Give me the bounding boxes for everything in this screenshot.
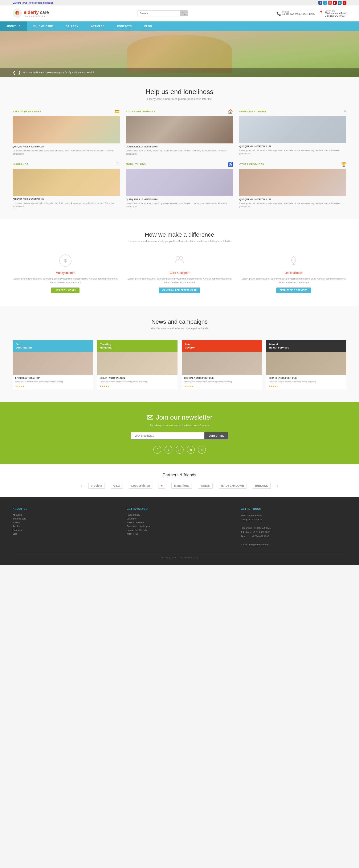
loneliness-icon-wrap bbox=[286, 253, 301, 268]
twitter-icon[interactable]: t bbox=[323, 1, 327, 5]
service-dementia-title: DEMENTIA SUPPORT bbox=[239, 110, 266, 113]
hero-section: ❮ ❯ Are you looking for a solution to yo… bbox=[0, 31, 359, 78]
newsletter-section: ✉ Join our newsletter And always stay in… bbox=[0, 402, 359, 464]
hero-arrow-right[interactable]: ❯ bbox=[18, 70, 21, 75]
news-image-mental bbox=[266, 352, 347, 375]
search-button[interactable]: 🔍 bbox=[180, 10, 188, 16]
news-content-dementia: EPSUM FACTORIAL NON Lorem ipsum dolor si… bbox=[97, 375, 178, 390]
diff-care-text: Lorem ipsum dolor sit amet, scleriscing … bbox=[127, 277, 232, 284]
nav-about-us[interactable]: ABOUT US bbox=[0, 22, 27, 31]
location-value: 8901 Marmora RoadGlasgow, DO4 89GR bbox=[325, 12, 347, 17]
hero-arrow-left[interactable]: ❮ bbox=[12, 70, 16, 75]
news-image-dementia bbox=[97, 352, 178, 375]
service-insurance-image bbox=[12, 169, 120, 196]
money-icon-wrap: $ ↑ ↓ bbox=[58, 253, 73, 268]
newsletter-socials: f t g+ in ✉ bbox=[12, 446, 347, 454]
footer-link-contacts[interactable]: Contacts bbox=[12, 529, 118, 531]
diff-loneliness-text: Lorem ipsum dolor sit amet, scleriscing … bbox=[241, 277, 347, 284]
newsletter-twitter-icon[interactable]: t bbox=[164, 446, 173, 454]
news-content-mental: CINIA ID ENMDEPOSIT QUID Lorem ipsum dol… bbox=[266, 375, 347, 390]
service-other-image bbox=[239, 169, 347, 196]
facebook-icon[interactable]: f bbox=[319, 1, 322, 5]
linkedin-icon[interactable]: in bbox=[338, 1, 341, 5]
newsletter-input[interactable] bbox=[131, 432, 204, 439]
news-heading-mental: CINIA ID ENMDEPOSIT QUID bbox=[269, 377, 344, 379]
diff-money-title: Money matters bbox=[12, 271, 118, 275]
footer-link-events[interactable]: Events and challenges bbox=[127, 525, 232, 527]
phone-icon: 📞 bbox=[276, 11, 281, 16]
partners-next-button[interactable]: › bbox=[277, 483, 278, 488]
service-insurance-title: INSURANCE bbox=[12, 163, 28, 165]
logo[interactable]: elderly care YOUR COMPANION bbox=[12, 9, 49, 18]
top-bar-links[interactable]: Careers News Professionals Individuals bbox=[12, 1, 53, 4]
footer-link-raise[interactable]: Raise money bbox=[127, 514, 232, 516]
service-dementia-text: Lorem ipsum dolor sit amet, scleriscing … bbox=[239, 149, 347, 155]
difference-title: How we make a difference bbox=[12, 231, 347, 238]
news-content-poverty: CTORIAL NON DEPOSIT QUID Lorem ipsum dol… bbox=[182, 375, 262, 390]
footer: ABOUT US About us In-home care Gallery A… bbox=[0, 497, 359, 565]
location-icon: 📍 bbox=[319, 10, 324, 15]
news-label-poverty: Fuelpoverty bbox=[182, 340, 262, 352]
partner-transitions: Transitions bbox=[171, 483, 192, 489]
newsletter-subscribe-button[interactable]: SUBSCRIBE bbox=[204, 432, 229, 439]
service-care-title: YOUR CARE JOURNEY bbox=[126, 110, 155, 113]
footer-link-warmth[interactable]: Spread the Warmth bbox=[127, 529, 232, 531]
newsletter-facebook-icon[interactable]: f bbox=[153, 446, 161, 454]
campaign-better-care-button[interactable]: CAMPAIGN FOR BETTER CARE bbox=[159, 287, 200, 293]
footer-link-articles[interactable]: Articles bbox=[12, 525, 118, 527]
newsletter-googleplus-icon[interactable]: g+ bbox=[176, 446, 184, 454]
nav-gallery[interactable]: GALLERY bbox=[59, 22, 85, 31]
footer-involved-title: GET INVOLVED bbox=[127, 507, 232, 510]
link-news[interactable]: News bbox=[22, 1, 27, 4]
service-other-text: Lorem ipsum dolor sit amet, scleriscing … bbox=[239, 202, 347, 208]
pinterest-icon[interactable]: p bbox=[333, 1, 337, 5]
footer-link-work[interactable]: Work for us bbox=[127, 532, 232, 535]
befriending-services-button[interactable]: BEFRIENDING SERVICES bbox=[276, 287, 311, 293]
phone-value: +1 919 603 6655 (185-NURSE) bbox=[282, 13, 315, 16]
service-dementia-image bbox=[239, 116, 347, 143]
news-grid: Ourcontribution EPSUM FACTORIAL NON Lore… bbox=[12, 340, 347, 390]
phone-label: Phone: bbox=[282, 11, 315, 13]
footer-link-blog[interactable]: Blog bbox=[12, 532, 118, 535]
footer-link-about[interactable]: About us bbox=[12, 514, 118, 516]
service-care-heading: QUISQUE NULLA VESTIBULUM bbox=[126, 146, 233, 148]
service-dementia: DEMENTIA SUPPORT ♥ QUISQUE NULLA VESTIBU… bbox=[239, 109, 347, 155]
footer-link-volunteer[interactable]: Volunteer bbox=[127, 517, 232, 520]
diff-loneliness-title: On loneliness bbox=[241, 271, 347, 275]
youtube-icon[interactable]: ▶ bbox=[342, 1, 347, 5]
footer-link-donation[interactable]: Make a donation bbox=[127, 521, 232, 524]
nav-articles[interactable]: ARTICLES bbox=[85, 22, 111, 31]
partners-prev-button[interactable]: ‹ bbox=[81, 483, 82, 488]
partners-section: Partners & friends ‹ proclear G&G Cooper… bbox=[0, 464, 359, 497]
news-label-mental: Mentalhealth services bbox=[266, 340, 347, 352]
help-with-money-button[interactable]: HELP WITH MONEY bbox=[51, 287, 80, 293]
footer-link-inhome[interactable]: In-home care bbox=[12, 517, 118, 520]
nav-blog[interactable]: BLOG bbox=[138, 22, 158, 31]
newsletter-email-icon[interactable]: ✉ bbox=[198, 446, 206, 454]
news-label-dementia: Tacklingdementia bbox=[97, 340, 178, 352]
footer-link-gallery[interactable]: Gallery bbox=[12, 521, 118, 524]
care-icon-wrap bbox=[172, 253, 187, 268]
main-nav: ABOUT US IN-HOME CARE GALLERY ARTICLES C… bbox=[0, 22, 359, 31]
social-icons: f t g p in ▶ bbox=[319, 1, 347, 5]
link-careers[interactable]: Careers bbox=[12, 1, 21, 4]
service-mobility-title: MOBILITY AIDS bbox=[126, 163, 146, 165]
search-input[interactable] bbox=[138, 11, 180, 16]
service-dementia-heading: QUISQUE NULLA VESTIBULUM bbox=[239, 145, 347, 148]
difference-section: How we make a difference Our advisers an… bbox=[0, 219, 359, 306]
news-subtitle: We offer a warm welcome and a safe pair … bbox=[12, 327, 347, 330]
service-benefits-text: Lorem ipsum dolor sit amet, scleriscing … bbox=[12, 149, 120, 155]
footer-contact-title: GET IN TOUCH bbox=[241, 507, 347, 510]
nav-contacts[interactable]: CONTACTS bbox=[111, 22, 138, 31]
googleplus-icon[interactable]: g bbox=[328, 1, 332, 5]
partner-coopervision: CooperVision bbox=[129, 483, 152, 489]
partner-bausch: BAUSCH+LOMB bbox=[219, 483, 246, 489]
svg-point-7 bbox=[179, 256, 183, 260]
news-card-mental: Mentalhealth services CINIA ID ENMDEPOSI… bbox=[266, 340, 347, 390]
services-grid: HELP WITH BENEFITS 💳 QUISQUE NULLA VESTI… bbox=[12, 109, 347, 208]
news-stars-mental: ★★★★★ bbox=[269, 385, 344, 388]
nav-in-home-care[interactable]: IN-HOME CARE bbox=[27, 22, 59, 31]
newsletter-linkedin-icon[interactable]: in bbox=[187, 446, 195, 454]
link-professionals[interactable]: Professionals bbox=[28, 1, 42, 4]
link-individuals[interactable]: Individuals bbox=[42, 1, 53, 4]
